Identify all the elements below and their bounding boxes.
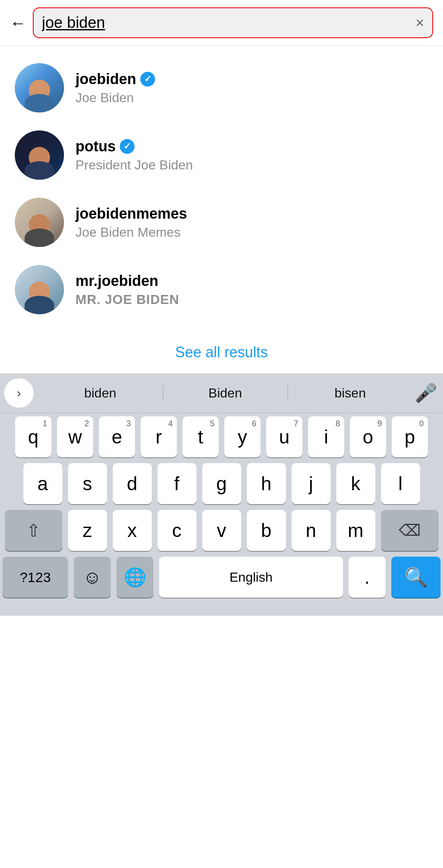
username-row: potus ✓ — [75, 138, 193, 155]
key-f[interactable]: f — [158, 463, 196, 504]
list-item[interactable]: joebidenmemes Joe Biden Memes — [0, 189, 443, 256]
key-v[interactable]: v — [202, 510, 241, 551]
key-s[interactable]: s — [68, 463, 107, 504]
key-t[interactable]: 5 t — [183, 416, 219, 457]
fullname: MR. JOE BIDEN — [75, 292, 179, 307]
key-k[interactable]: k — [336, 463, 375, 504]
key-n[interactable]: n — [292, 510, 331, 551]
emoji-key[interactable]: ☺ — [74, 557, 111, 598]
username: mr.joebiden — [75, 272, 158, 290]
back-button[interactable]: ← — [10, 15, 26, 31]
space-label: English — [230, 570, 273, 585]
key-l[interactable]: l — [381, 463, 420, 504]
key-a[interactable]: a — [23, 463, 62, 504]
key-b[interactable]: b — [247, 510, 286, 551]
key-j[interactable]: j — [292, 463, 331, 504]
username-row: joebidenmemes — [75, 205, 187, 222]
key-e[interactable]: 3 e — [99, 416, 135, 457]
key-r[interactable]: 4 r — [141, 416, 177, 457]
avatar — [15, 130, 64, 180]
backspace-icon: ⌫ — [399, 521, 421, 539]
key-c[interactable]: c — [158, 510, 196, 551]
username: joebidenmemes — [75, 205, 187, 222]
result-info: potus ✓ President Joe Biden — [75, 138, 193, 173]
key-x[interactable]: x — [113, 510, 152, 551]
list-item[interactable]: joebiden ✓ Joe Biden — [0, 54, 443, 121]
username-row: joebiden ✓ — [75, 71, 155, 88]
shift-button[interactable]: ⇧ — [5, 510, 62, 551]
result-info: joebiden ✓ Joe Biden — [75, 71, 155, 105]
spacebar[interactable]: English — [159, 557, 343, 598]
list-item[interactable]: potus ✓ President Joe Biden — [0, 121, 443, 189]
keyboard-bottom-bar — [0, 599, 443, 616]
autocomplete-suggestion-3[interactable]: bisen — [288, 381, 413, 405]
search-bar[interactable]: × — [33, 7, 433, 38]
autocomplete-suggestion-1[interactable]: biden — [38, 381, 163, 405]
key-z[interactable]: z — [68, 510, 107, 551]
keyboard-row-4: ?123 ☺ 🌐 English . 🔍 — [2, 557, 441, 598]
clear-button[interactable]: × — [416, 14, 424, 32]
period-key[interactable]: . — [349, 557, 386, 598]
avatar — [15, 198, 64, 247]
key-h[interactable]: h — [247, 463, 286, 504]
verified-badge: ✓ — [140, 72, 155, 87]
username: potus — [75, 138, 116, 155]
keyboard-row-3: ⇧ z x c v b n m ⌫ — [2, 510, 441, 551]
emoji-icon: ☺ — [83, 567, 102, 587]
search-icon: 🔍 — [404, 566, 428, 588]
keyboard-rows: 1 q 2 w 3 e 4 r 5 t 6 y — [0, 413, 443, 599]
result-info: joebidenmemes Joe Biden Memes — [75, 205, 187, 240]
microphone-button[interactable]: 🎤 — [413, 380, 439, 406]
key-u[interactable]: 7 u — [266, 416, 302, 457]
globe-key[interactable]: 🌐 — [116, 557, 153, 598]
backspace-button[interactable]: ⌫ — [381, 510, 438, 551]
microphone-icon: 🎤 — [415, 382, 437, 404]
key-g[interactable]: g — [202, 463, 241, 504]
autocomplete-suggestion-2[interactable]: Biden — [163, 381, 288, 405]
verified-badge: ✓ — [120, 139, 135, 154]
key-p[interactable]: 0 p — [392, 416, 428, 457]
fullname: President Joe Biden — [75, 158, 193, 173]
header: ← × — [0, 0, 443, 46]
key-d[interactable]: d — [113, 463, 152, 504]
results-list: joebiden ✓ Joe Biden potus ✓ President J… — [0, 46, 443, 331]
fullname: Joe Biden Memes — [75, 225, 187, 240]
see-all-results[interactable]: See all results — [0, 331, 443, 373]
key-i[interactable]: 8 i — [308, 416, 344, 457]
key-w[interactable]: 2 w — [57, 416, 93, 457]
globe-icon: 🌐 — [124, 566, 146, 588]
autocomplete-bar: › biden Biden bisen 🎤 — [0, 373, 443, 413]
numbers-key[interactable]: ?123 — [2, 557, 68, 598]
result-info: mr.joebiden MR. JOE BIDEN — [75, 272, 179, 307]
key-q[interactable]: 1 q — [15, 416, 51, 457]
avatar — [15, 265, 64, 314]
chevron-expand-button[interactable]: › — [4, 378, 34, 408]
shift-icon: ⇧ — [26, 521, 41, 541]
list-item[interactable]: mr.joebiden MR. JOE BIDEN — [0, 256, 443, 323]
avatar — [15, 63, 64, 112]
key-m[interactable]: m — [336, 510, 375, 551]
keyboard-row-1: 1 q 2 w 3 e 4 r 5 t 6 y — [2, 416, 441, 457]
username: joebiden — [75, 71, 136, 88]
key-y[interactable]: 6 y — [224, 416, 260, 457]
keyboard: › biden Biden bisen 🎤 1 q 2 w 3 e — [0, 373, 443, 616]
fullname: Joe Biden — [75, 90, 155, 105]
key-o[interactable]: 9 o — [350, 416, 386, 457]
search-key[interactable]: 🔍 — [391, 557, 441, 598]
autocomplete-suggestions: biden Biden bisen — [38, 381, 413, 405]
username-row: mr.joebiden — [75, 272, 179, 290]
search-input[interactable] — [42, 14, 411, 32]
keyboard-row-2: a s d f g h j k l — [2, 463, 441, 504]
